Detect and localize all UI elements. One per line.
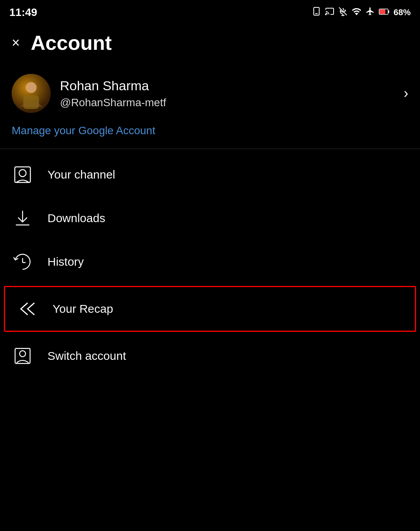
wifi-icon [351,7,362,18]
download-icon [12,207,33,229]
avatar [12,74,51,113]
svg-rect-9 [380,9,385,14]
profile-name: Rohan Sharma [60,78,394,93]
page-header: × Account [0,23,420,62]
profile-section[interactable]: Rohan Sharma @RohanSharma-metf › [0,62,420,121]
svg-point-2 [325,14,326,15]
history-label: History [47,255,84,268]
profile-handle: @RohanSharma-metf [60,96,394,109]
history-item[interactable]: History [0,240,420,284]
switch-account-label: Switch account [47,349,126,363]
your-recap-label: Your Recap [53,302,113,315]
recap-icon [17,298,39,320]
your-channel-label: Your channel [47,168,115,181]
cast-icon [325,7,334,18]
battery-icon [379,7,390,18]
svg-rect-12 [23,95,39,109]
switch-account-icon [12,345,33,367]
status-time: 11:49 [9,6,37,19]
close-button[interactable]: × [12,36,20,50]
downloads-item[interactable]: Downloads [0,196,420,240]
status-bar: 11:49 [0,0,420,23]
your-recap-item[interactable]: Your Recap [4,286,416,332]
channel-icon [12,164,33,186]
phone-icon [312,7,321,18]
svg-point-11 [26,82,37,93]
your-channel-item[interactable]: Your channel [0,153,420,196]
status-icons: 68% [312,7,411,18]
profile-info: Rohan Sharma @RohanSharma-metf [60,78,394,109]
profile-chevron-icon[interactable]: › [404,85,408,102]
svg-point-20 [19,351,25,357]
menu-section: Your channel Downloads History [0,149,420,382]
page-title: Account [31,31,112,54]
manage-google-account-link[interactable]: Manage your Google Account [0,121,420,149]
mute-icon [338,7,348,18]
battery-percentage: 68% [394,7,411,18]
switch-account-item[interactable]: Switch account [0,334,420,378]
svg-rect-8 [388,11,389,13]
svg-point-14 [19,170,26,177]
airplane-icon [366,7,375,18]
history-icon [12,251,33,273]
downloads-label: Downloads [47,212,105,225]
